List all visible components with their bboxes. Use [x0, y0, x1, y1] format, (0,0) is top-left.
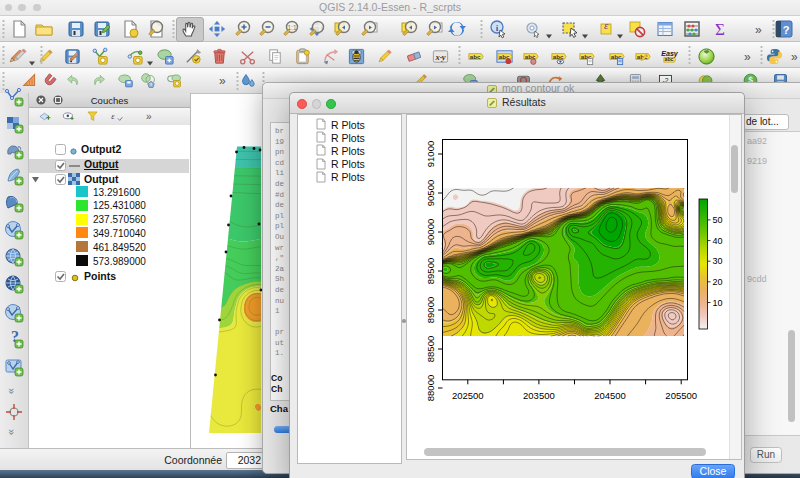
svg-text:89500: 89500 — [425, 258, 436, 284]
svg-text:50: 50 — [713, 215, 723, 225]
svg-text:ε: ε — [604, 19, 609, 31]
svg-text:Σ: Σ — [715, 20, 725, 39]
svg-text:90500: 90500 — [425, 180, 436, 206]
svg-text:203500: 203500 — [523, 390, 555, 401]
svg-text:202500: 202500 — [452, 390, 484, 401]
svg-text:20: 20 — [713, 277, 723, 287]
svg-text:10: 10 — [713, 298, 723, 308]
svg-text:88000: 88000 — [425, 375, 436, 401]
svg-text:ε: ε — [111, 111, 115, 121]
svg-text:204500: 204500 — [594, 390, 626, 401]
svg-text:90000: 90000 — [425, 219, 436, 245]
svg-text:1:1: 1:1 — [287, 23, 296, 30]
svg-text:abc: abc — [664, 56, 673, 62]
svg-text:91000: 91000 — [425, 141, 436, 167]
svg-text:x·y: x·y — [434, 51, 445, 61]
svg-text:?: ? — [783, 23, 790, 35]
svg-text:abc: abc — [552, 52, 563, 59]
svg-text:abc: abc — [524, 52, 535, 59]
svg-text:abc: abc — [469, 52, 480, 59]
svg-text:40: 40 — [713, 236, 723, 246]
svg-text:89000: 89000 — [425, 297, 436, 323]
svg-text:205500: 205500 — [665, 390, 697, 401]
svg-text:88500: 88500 — [425, 336, 436, 362]
svg-text:30: 30 — [713, 256, 723, 266]
